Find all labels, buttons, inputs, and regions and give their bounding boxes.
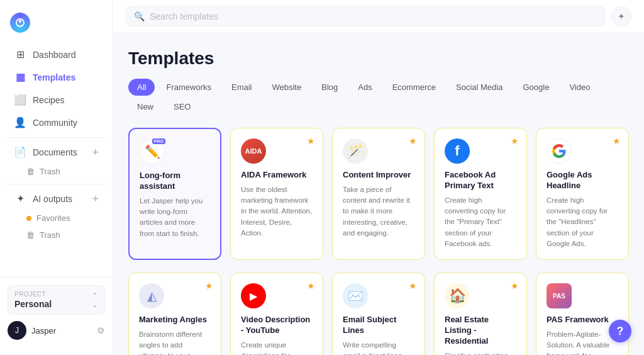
templates-icon: ▦	[14, 71, 26, 83]
svg-point-1	[19, 20, 22, 23]
template-card-real-estate[interactable]: ★ 🏠 Real Estate Listing - Residential Cr…	[434, 273, 527, 355]
templates-grid-row2: ★ ◭ Marketing Angles Brainstorm differen…	[128, 273, 629, 355]
sidebar-item-label: Documents	[33, 147, 77, 157]
long-form-icon: ✏️ PRO	[140, 139, 165, 164]
search-box[interactable]: 🔍 Search templates	[126, 6, 605, 26]
sidebar-item-favorites[interactable]: Favorites	[0, 210, 113, 227]
sidebar-divider2	[8, 184, 105, 184]
filter-tab-website[interactable]: Website	[263, 79, 310, 96]
sidebar-item-ai-outputs[interactable]: ✦ AI outputs +	[4, 188, 109, 209]
facebook-icon: f	[445, 138, 470, 164]
sidebar-item-label: AI outputs	[33, 194, 72, 204]
logo-icon	[10, 13, 30, 33]
template-card-video-description[interactable]: ★ ▶ Video Description - YouTube Create u…	[230, 273, 323, 355]
marketing-icon: ◭	[139, 283, 164, 308]
ai-trash-icon: 🗑	[26, 230, 35, 240]
filter-tab-video[interactable]: Video	[560, 79, 599, 96]
aida-icon: AIDA	[241, 138, 266, 164]
template-card-pas[interactable]: PAS PAS Framework Problem-Agitate-Soluti…	[536, 273, 629, 355]
template-card-google-ads[interactable]: ★ Google Ads Headline Create high conver…	[536, 128, 629, 260]
filter-tab-ecommerce[interactable]: Ecommerce	[384, 79, 445, 96]
sidebar-item-documents-trash[interactable]: 🗑 Trash	[0, 163, 113, 180]
email-icon: ✉️	[343, 283, 368, 308]
template-card-long-form[interactable]: ✏️ PRO Long-form assistant Let Jasper he…	[128, 128, 221, 260]
filter-tab-all[interactable]: All	[128, 79, 155, 96]
avatar: J	[8, 321, 26, 340]
topbar: 🔍 Search templates ✦	[113, 0, 644, 33]
project-label: PROJECT	[14, 291, 52, 298]
star-icon: ★	[409, 136, 417, 146]
sidebar-item-ai-trash[interactable]: 🗑 Trash	[0, 227, 113, 244]
sparkle-icon[interactable]: ✦	[611, 6, 631, 26]
chevron-icon: ⌃⌄	[92, 291, 98, 309]
card-desc: Problem-Agitate-Solution. A valuable fra…	[547, 329, 618, 355]
filter-tab-new[interactable]: New	[128, 98, 162, 115]
filter-tab-social-media[interactable]: Social Media	[447, 79, 511, 96]
trash-icon: 🗑	[26, 167, 35, 176]
sidebar-item-dashboard[interactable]: ⊞ Dashboard	[4, 43, 109, 65]
filter-tab-ads[interactable]: Ads	[349, 79, 380, 96]
card-title: Content Improver	[343, 170, 414, 181]
card-desc: Brainstorm different angles to add vibra…	[139, 329, 211, 355]
template-card-content-improver[interactable]: ★ 🪄 Content Improver Take a piece of con…	[332, 128, 425, 260]
project-selector[interactable]: PROJECT Personal ⌃⌄	[8, 285, 105, 315]
star-icon: ★	[307, 281, 315, 291]
card-desc: Let Jasper help you write long-form arti…	[140, 196, 210, 239]
main-content: 🔍 Search templates ✦ Templates All Frame…	[113, 0, 644, 355]
settings-icon[interactable]: ⚙	[97, 325, 105, 335]
documents-icon: 📄	[14, 146, 26, 158]
sidebar-item-recipes[interactable]: ⬜ Recipes	[4, 89, 109, 111]
card-title: Long-form assistant	[140, 171, 210, 192]
star-icon: ★	[307, 136, 315, 146]
template-card-aida[interactable]: ★ AIDA AIDA Framework Use the oldest mar…	[230, 128, 323, 260]
community-icon: 👤	[14, 116, 26, 128]
filter-tab-google[interactable]: Google	[514, 79, 558, 96]
star-icon: ★	[511, 281, 519, 291]
card-title: Google Ads Headline	[547, 170, 618, 191]
card-desc: Creative captivating real estate listing…	[445, 351, 516, 355]
template-card-email-subject[interactable]: ★ ✉️ Email Subject Lines Write compellin…	[332, 273, 425, 355]
google-icon	[547, 138, 572, 164]
sidebar: ⊞ Dashboard ▦ Templates ⬜ Recipes 👤 Comm…	[0, 0, 113, 355]
card-desc: Write compelling email subject lines tha…	[343, 340, 414, 355]
dashboard-icon: ⊞	[14, 48, 26, 60]
sidebar-item-label: Templates	[33, 72, 75, 82]
filter-tab-email[interactable]: Email	[223, 79, 261, 96]
card-title: Video Description - YouTube	[241, 315, 313, 336]
card-title: Email Subject Lines	[343, 315, 414, 336]
card-desc: Create unique descriptions for Youtube v…	[241, 340, 313, 355]
star-icon: ★	[511, 136, 519, 146]
help-button[interactable]: ?	[609, 320, 631, 342]
card-desc: Use the oldest marketing framework in th…	[241, 184, 313, 239]
sidebar-item-templates[interactable]: ▦ Templates	[4, 66, 109, 88]
filter-tab-blog[interactable]: Blog	[313, 79, 347, 96]
sidebar-footer: PROJECT Personal ⌃⌄ J Jasper ⚙	[0, 277, 113, 347]
templates-grid-row1: ✏️ PRO Long-form assistant Let Jasper he…	[128, 128, 629, 273]
sidebar-divider	[8, 137, 105, 138]
logo	[0, 8, 113, 43]
add-ai-outputs-button[interactable]: +	[92, 193, 99, 205]
sidebar-nav: ⊞ Dashboard ▦ Templates ⬜ Recipes 👤 Comm…	[0, 43, 113, 277]
sidebar-subitem-label: Trash	[40, 230, 60, 240]
card-desc: Create high converting copy for the "Pri…	[445, 195, 516, 249]
sidebar-item-documents[interactable]: 📄 Documents +	[4, 142, 109, 162]
wand-icon: 🪄	[343, 138, 368, 164]
ai-outputs-icon: ✦	[14, 193, 26, 205]
content-area: Templates All Frameworks Email Website B…	[113, 33, 644, 355]
page-title: Templates	[128, 48, 629, 69]
favorites-dot	[26, 216, 31, 221]
card-desc: Take a piece of content and rewrite it t…	[343, 184, 414, 239]
filter-tab-seo[interactable]: SEO	[165, 98, 199, 115]
house-icon: 🏠	[445, 283, 470, 308]
template-card-marketing-angles[interactable]: ★ ◭ Marketing Angles Brainstorm differen…	[128, 273, 221, 355]
template-card-facebook-ad[interactable]: ★ f Facebook Ad Primary Text Create high…	[434, 128, 527, 260]
sidebar-item-label: Dashboard	[33, 50, 76, 60]
card-title: Facebook Ad Primary Text	[445, 170, 516, 191]
filter-tab-frameworks[interactable]: Frameworks	[157, 79, 220, 96]
sidebar-item-label: Recipes	[33, 95, 65, 105]
add-documents-button[interactable]: +	[92, 147, 99, 158]
search-input[interactable]: Search templates	[150, 11, 218, 21]
sidebar-subitem-label: Trash	[40, 167, 60, 176]
sidebar-item-community[interactable]: 👤 Community	[4, 111, 109, 133]
star-icon: ★	[205, 281, 213, 291]
